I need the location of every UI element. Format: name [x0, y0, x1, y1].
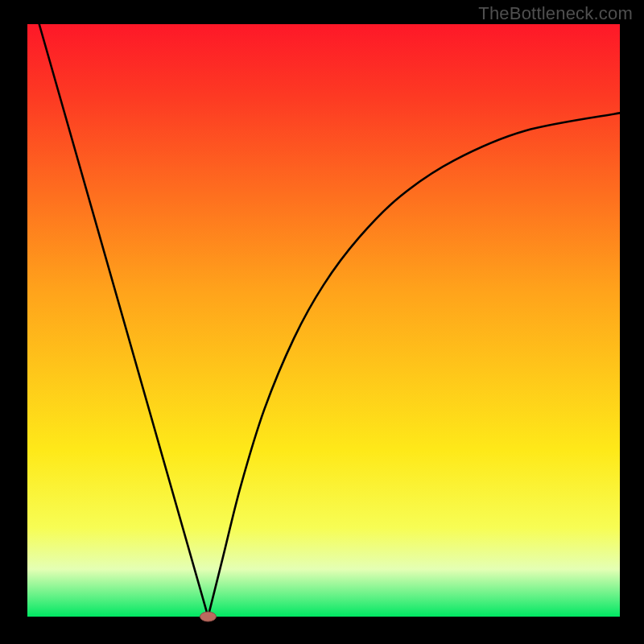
optimal-marker: [200, 612, 216, 621]
plot-background: [27, 24, 620, 617]
bottleneck-chart: [0, 0, 644, 644]
watermark-text: TheBottleneck.com: [478, 3, 633, 24]
chart-frame: TheBottleneck.com: [0, 0, 644, 644]
